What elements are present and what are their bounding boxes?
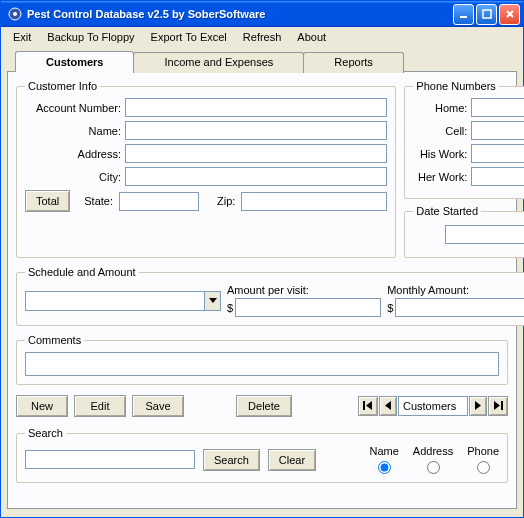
monthly-amount-label: Monthly Amount:	[387, 284, 524, 296]
radio-name[interactable]	[378, 461, 391, 474]
comments-legend: Comments	[25, 334, 84, 346]
address-field[interactable]	[125, 144, 387, 163]
dollar-sign-2: $	[387, 302, 393, 314]
search-group: Search Search Clear Name Address Phone	[16, 427, 508, 483]
nav-indicator: Customers	[398, 396, 468, 416]
svg-rect-7	[363, 401, 365, 410]
svg-rect-12	[501, 401, 503, 410]
customer-info-group: Customer Info Account Number: Name: Addr…	[16, 80, 396, 258]
state-field[interactable]	[119, 192, 199, 211]
nav-first-button[interactable]	[358, 396, 378, 416]
total-button[interactable]: Total	[25, 190, 70, 212]
monthly-amount-field[interactable]	[395, 298, 524, 317]
svg-point-1	[13, 12, 17, 16]
action-row: New Edit Save Delete Customers	[16, 395, 508, 417]
schedule-legend: Schedule and Amount	[25, 266, 139, 278]
state-label: State:	[84, 195, 113, 207]
tab-reports[interactable]: Reports	[303, 52, 404, 73]
menu-exit[interactable]: Exit	[5, 29, 39, 45]
menu-export[interactable]: Export To Excel	[143, 29, 235, 45]
svg-marker-11	[494, 401, 500, 410]
schedule-combo[interactable]	[25, 291, 221, 311]
radio-name-label: Name	[369, 445, 398, 457]
svg-rect-3	[483, 10, 491, 18]
comments-group: Comments	[16, 334, 508, 385]
nav-last-button[interactable]	[488, 396, 508, 416]
chevron-down-icon	[204, 292, 220, 310]
tabstrip: Customers Income and Expenses Reports	[15, 50, 517, 71]
svg-marker-9	[385, 401, 391, 410]
account-number-label: Account Number:	[25, 102, 121, 114]
delete-button[interactable]: Delete	[236, 395, 292, 417]
nav-next-button[interactable]	[469, 396, 487, 416]
client-area: Customers Income and Expenses Reports Cu…	[1, 46, 523, 517]
home-field[interactable]	[471, 98, 524, 117]
window-controls	[453, 4, 520, 25]
name-field[interactable]	[125, 121, 387, 140]
cell-label: Cell:	[413, 125, 467, 137]
date-legend: Date Started	[413, 205, 481, 217]
herwork-label: Her Work:	[413, 171, 467, 183]
city-label: City:	[25, 171, 121, 183]
svg-rect-2	[460, 16, 467, 18]
svg-marker-10	[475, 401, 481, 410]
cell-field[interactable]	[471, 121, 524, 140]
customer-info-legend: Customer Info	[25, 80, 100, 92]
clear-button[interactable]: Clear	[268, 449, 316, 471]
herwork-field[interactable]	[471, 167, 524, 186]
name-label: Name:	[25, 125, 121, 137]
svg-marker-6	[209, 298, 217, 303]
maximize-button[interactable]	[476, 4, 497, 25]
amount-per-visit-field[interactable]	[235, 298, 381, 317]
comments-field[interactable]	[25, 352, 499, 376]
zip-label: Zip:	[217, 195, 235, 207]
nav-prev-button[interactable]	[379, 396, 397, 416]
minimize-button[interactable]	[453, 4, 474, 25]
account-number-field[interactable]	[125, 98, 387, 117]
hiswork-field[interactable]	[471, 144, 524, 163]
radio-address-label: Address	[413, 445, 453, 457]
schedule-amount-group: Schedule and Amount Amount per visit: $ …	[16, 266, 524, 326]
date-field[interactable]	[445, 225, 524, 244]
search-by-radios: Name Address Phone	[369, 445, 499, 474]
save-button[interactable]: Save	[132, 395, 184, 417]
app-icon	[7, 6, 23, 22]
svg-marker-8	[366, 401, 372, 410]
search-input[interactable]	[25, 450, 195, 469]
amount-per-visit-label: Amount per visit:	[227, 284, 381, 296]
search-button[interactable]: Search	[203, 449, 260, 471]
app-window: Pest Control Database v2.5 by SoberSoftw…	[0, 0, 524, 518]
close-button[interactable]	[499, 4, 520, 25]
phone-legend: Phone Numbers	[413, 80, 499, 92]
date-started-group: Date Started Cal	[404, 205, 524, 258]
city-field[interactable]	[125, 167, 387, 186]
radio-phone[interactable]	[477, 461, 490, 474]
new-button[interactable]: New	[16, 395, 68, 417]
search-legend: Search	[25, 427, 66, 439]
record-navigator: Customers	[358, 396, 508, 416]
radio-phone-label: Phone	[467, 445, 499, 457]
menu-backup[interactable]: Backup To Floppy	[39, 29, 142, 45]
menubar: Exit Backup To Floppy Export To Excel Re…	[1, 27, 523, 46]
radio-address[interactable]	[427, 461, 440, 474]
tab-customers[interactable]: Customers	[15, 51, 134, 72]
phone-numbers-group: Phone Numbers Home: Cell: His Work: Her …	[404, 80, 524, 199]
dollar-sign-1: $	[227, 302, 233, 314]
menu-about[interactable]: About	[289, 29, 334, 45]
tab-panel: Customer Info Account Number: Name: Addr…	[7, 71, 517, 509]
home-label: Home:	[413, 102, 467, 114]
hiswork-label: His Work:	[413, 148, 467, 160]
menu-refresh[interactable]: Refresh	[235, 29, 290, 45]
edit-button[interactable]: Edit	[74, 395, 126, 417]
address-label: Address:	[25, 148, 121, 160]
window-title: Pest Control Database v2.5 by SoberSoftw…	[27, 8, 453, 20]
tab-income-expenses[interactable]: Income and Expenses	[133, 52, 304, 73]
titlebar: Pest Control Database v2.5 by SoberSoftw…	[1, 1, 523, 27]
zip-field[interactable]	[241, 192, 387, 211]
